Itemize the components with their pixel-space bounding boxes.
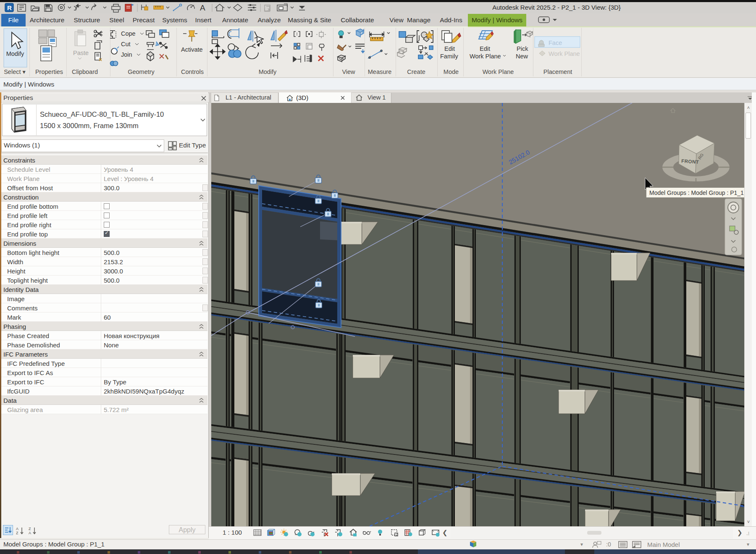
svg-text:Cope: Cope (121, 30, 136, 37)
svg-text:New: New (516, 53, 528, 60)
svg-text:Modify: Modify (6, 50, 24, 57)
svg-text:Z: Z (29, 527, 31, 531)
svg-text:A: A (16, 527, 18, 531)
svg-text:Family: Family (440, 53, 458, 60)
svg-text:Face: Face (549, 39, 562, 46)
svg-text:Activate: Activate (181, 46, 203, 53)
svg-text:Edit: Edit (444, 45, 455, 52)
svg-text:Cut: Cut (121, 41, 131, 47)
svg-text:A: A (200, 3, 205, 12)
svg-text:Z: Z (16, 531, 18, 535)
svg-text:Pick: Pick (517, 45, 528, 52)
svg-text:Edit: Edit (480, 45, 490, 52)
svg-text:Paste: Paste (73, 50, 89, 56)
svg-text:Join: Join (121, 51, 132, 58)
svg-text:Work Plane: Work Plane (549, 50, 580, 57)
svg-text:R: R (7, 4, 12, 11)
svg-text:A: A (29, 531, 31, 535)
svg-text:Work Plane: Work Plane (470, 53, 501, 60)
